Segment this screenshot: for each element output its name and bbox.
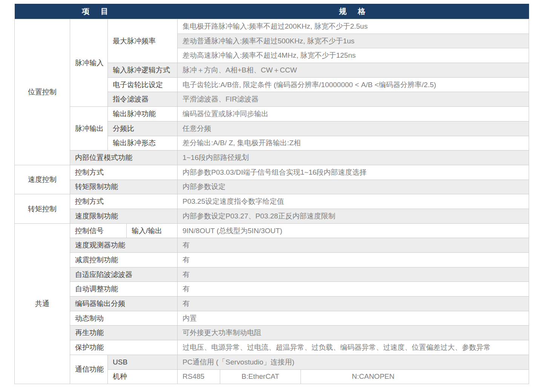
section-label-pulse-output: 脉冲输出 <box>70 107 108 151</box>
spec-value-control-signal: 9IN/8OUT (总线型为5IN/3OUT) <box>178 223 529 238</box>
row-label-division-ratio: 分频比 <box>108 121 178 136</box>
table-row: 编码器输出分频 有 <box>15 297 529 311</box>
row-label-torque-control-mode: 控制方式 <box>70 194 178 209</box>
row-label-control-signal: 控制信号 <box>70 223 127 238</box>
row-label-auto-tuning: 自动调整功能 <box>70 282 178 297</box>
row-label-model: 机种 <box>108 369 178 384</box>
group-label-torque-control: 转矩控制 <box>15 194 70 223</box>
row-label-usb: USB <box>108 355 178 369</box>
spec-value-torque-limit: 内部参数设定 <box>178 180 529 194</box>
spec-value-differential-normal: 差动普通脉冲输入:频率不超过500KHz, 脉宽不少于1us <box>178 34 529 48</box>
table-row: 速度控制 控制方式 内部参数P03.03/DI端子信号组合实现1~16段内部速度… <box>15 165 529 180</box>
section-label-pulse-input: 脉冲输入 <box>70 19 108 107</box>
row-label-speed-control-mode: 控制方式 <box>70 165 178 180</box>
spec-value-encoder-output-division: 有 <box>178 297 529 311</box>
spec-value-open-collector: 集电极开路脉冲输入:频率不超过200KHz, 脉宽不少于2.5us <box>178 19 529 34</box>
table-row: 保护功能 过电压、电源异常、过电流、超温异常、过负载、编码器异常、过速度、位置偏… <box>15 340 529 355</box>
spec-table-container: 项 目 规 格 位置控制 脉冲输入 最大脉冲频率 集电极开路脉冲输入:频率不超过… <box>14 4 529 384</box>
group-label-position-control: 位置控制 <box>15 19 70 165</box>
spec-value-electronic-gear: 电子齿轮比:A/B倍, 限定条件 (编码器分辨率/10000000 < A/B … <box>178 77 529 92</box>
header-row: 项 目 规 格 <box>15 4 529 19</box>
row-label-adaptive-notch-filter: 自适应陷波滤波器 <box>70 267 178 282</box>
row-label-max-pulse-frequency: 最大脉冲频率 <box>108 19 178 63</box>
table-row: 速度限制功能 内部参数设定P03.27、P03.28正反内部速度限制 <box>15 209 529 223</box>
section-label-communication: 通信功能 <box>70 355 108 384</box>
table-row: 自动调整功能 有 <box>15 282 529 297</box>
spec-value-adaptive-notch-filter: 有 <box>178 267 529 282</box>
spec-value-regeneration: 可外接更大功率制动电阻 <box>178 326 529 340</box>
table-row: 转矩限制功能 内部参数设定 <box>15 180 529 194</box>
row-label-vibration-suppression: 减震控制功能 <box>70 253 178 267</box>
row-label-pulse-logic: 输入脉冲逻辑方式 <box>108 63 178 78</box>
spec-value-output-pulse-function: 编码器位置或脉冲同步输出 <box>178 107 529 121</box>
header-item: 项 目 <box>15 4 178 19</box>
row-label-output-pulse-form: 输出脉冲形态 <box>108 136 178 151</box>
row-label-protection: 保护功能 <box>70 340 178 355</box>
row-label-encoder-output-division: 编码器输出分频 <box>70 297 178 311</box>
spec-value-ethercat: B:EtherCAT <box>220 369 301 384</box>
spec-value-speed-control-mode: 内部参数P03.03/DI端子信号组合实现1~16段内部速度选择 <box>178 165 529 180</box>
table-row: 内部位置模式功能 1~16段内部路径规划 <box>15 151 529 165</box>
spec-value-division-ratio: 任意分频 <box>178 121 529 136</box>
spec-value-rs485: RS485 <box>178 369 220 384</box>
row-label-speed-observer: 速度观测器功能 <box>70 238 178 253</box>
spec-value-auto-tuning: 有 <box>178 282 529 297</box>
row-label-electronic-gear: 电子齿轮比设定 <box>108 77 178 92</box>
table-row: 减震控制功能 有 <box>15 253 529 267</box>
spec-value-usb: PC通信用 (「Servostudio」连接用) <box>178 355 529 369</box>
row-label-speed-limit: 速度限制功能 <box>70 209 178 223</box>
spec-value-dynamic-brake: 内置 <box>178 311 529 326</box>
table-row: 转矩控制 控制方式 P03.25设定速度指令数字给定值 <box>15 194 529 209</box>
table-row: 共通 控制信号 输入/输出 9IN/8OUT (总线型为5IN/3OUT) <box>15 223 529 238</box>
row-label-regeneration: 再生功能 <box>70 326 178 340</box>
table-row: 通信功能 USB PC通信用 (「Servostudio」连接用) <box>15 355 529 369</box>
spec-value-speed-observer: 有 <box>178 238 529 253</box>
spec-value-torque-control-mode: P03.25设定速度指令数字给定值 <box>178 194 529 209</box>
spec-value-command-filter: 平滑滤波器、FIR滤波器 <box>178 92 529 107</box>
table-row: 自适应陷波滤波器 有 <box>15 267 529 282</box>
row-label-torque-limit: 转矩限制功能 <box>70 180 178 194</box>
spec-value-output-pulse-form: 差分输出:A/B/ Z, 集电极开路输出:Z相 <box>178 136 529 151</box>
spec-value-internal-position-mode: 1~16段内部路径规划 <box>178 151 529 165</box>
table-row: 速度观测器功能 有 <box>15 238 529 253</box>
spec-value-pulse-logic: 脉冲＋方向、A相+B相、CW＋CCW <box>178 63 529 78</box>
table-row: 位置控制 脉冲输入 最大脉冲频率 集电极开路脉冲输入:频率不超过200KHz, … <box>15 19 529 34</box>
spec-value-speed-limit: 内部参数设定P03.27、P03.28正反内部速度限制 <box>178 209 529 223</box>
spec-table: 项 目 规 格 位置控制 脉冲输入 最大脉冲频率 集电极开路脉冲输入:频率不超过… <box>14 4 529 384</box>
group-label-common: 共通 <box>15 223 70 384</box>
table-row: 脉冲输出 输出脉冲功能 编码器位置或脉冲同步输出 <box>15 107 529 121</box>
row-label-dynamic-brake: 动态制动 <box>70 311 178 326</box>
spec-value-protection: 过电压、电源异常、过电流、超温异常、过负载、编码器异常、过速度、位置偏差过大、参… <box>178 340 529 355</box>
table-row: 动态制动 内置 <box>15 311 529 326</box>
row-label-control-signal-io: 输入/输出 <box>127 223 178 238</box>
spec-value-differential-high-speed: 差动高速脉冲输入:频率不超过4MHz, 脉宽不少于125ns <box>178 48 529 63</box>
row-label-internal-position-mode: 内部位置模式功能 <box>70 151 178 165</box>
spec-value-vibration-suppression: 有 <box>178 253 529 267</box>
row-label-command-filter: 指令滤波器 <box>108 92 178 107</box>
header-spec: 规 格 <box>178 4 529 19</box>
row-label-output-pulse-function: 输出脉冲功能 <box>108 107 178 121</box>
group-label-speed-control: 速度控制 <box>15 165 70 194</box>
spec-value-canopen: N:CANOPEN <box>301 369 529 384</box>
table-row: 再生功能 可外接更大功率制动电阻 <box>15 326 529 340</box>
